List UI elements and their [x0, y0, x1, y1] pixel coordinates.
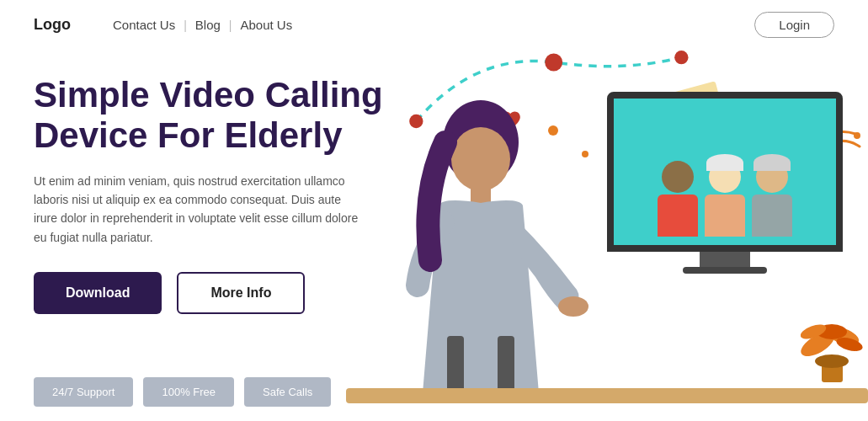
monitor-stand: [700, 252, 750, 267]
nav-blog[interactable]: Blog: [195, 18, 221, 32]
hero-title: Simple Video Calling Device For Elderly: [34, 75, 429, 157]
monitor-base: [683, 267, 767, 274]
svg-point-4: [854, 132, 860, 139]
hero-description: Ut enim ad minim veniam, quis nostrud ex…: [34, 172, 362, 248]
monitor: [607, 92, 843, 277]
video-person-1: [658, 161, 698, 237]
svg-point-12: [815, 354, 849, 368]
login-button[interactable]: Login: [754, 12, 834, 38]
nav-contact-us[interactable]: Contact Us: [113, 18, 175, 32]
monitor-screen: [607, 92, 843, 252]
svg-point-6: [451, 127, 510, 191]
hero-section: Simple Video Calling Device For Elderly …: [0, 50, 868, 412]
nav-about-us[interactable]: About Us: [241, 18, 293, 32]
nav-links: Contact Us | Blog | About Us: [113, 18, 292, 32]
video-person-2: [705, 161, 745, 237]
video-person-3: [752, 161, 792, 237]
svg-point-8: [558, 296, 588, 317]
nav-sep-2: |: [229, 19, 232, 32]
logo: Logo: [34, 16, 71, 34]
svg-point-2: [674, 51, 688, 64]
svg-rect-7: [471, 186, 491, 203]
nav-sep-1: |: [184, 19, 187, 32]
hero-content: Simple Video Calling Device For Elderly …: [34, 75, 429, 412]
hero-buttons: Download More Info: [34, 272, 429, 314]
more-info-button[interactable]: More Info: [177, 272, 305, 314]
download-button[interactable]: Download: [34, 272, 162, 314]
svg-point-1: [545, 54, 562, 72]
